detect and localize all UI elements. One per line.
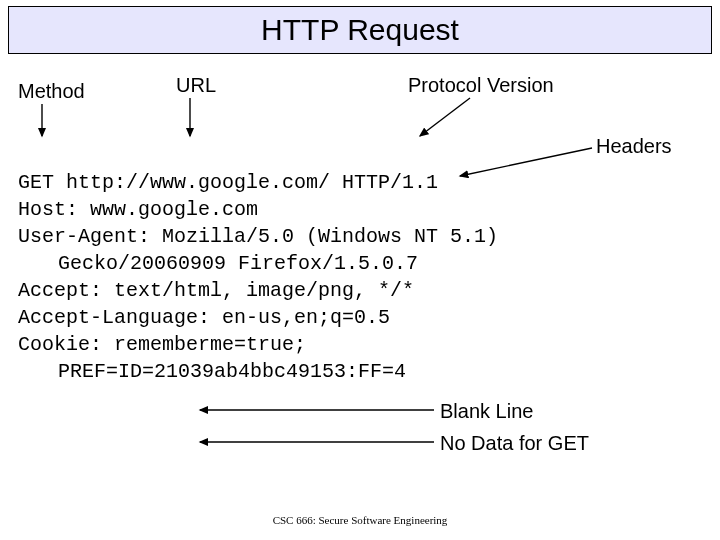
label-no-data: No Data for GET bbox=[440, 432, 589, 455]
code-line-4: Accept: text/html, image/png, */* bbox=[18, 279, 414, 302]
code-line-5: Accept-Language: en-us,en;q=0.5 bbox=[18, 306, 390, 329]
code-line-3: User-Agent: Mozilla/5.0 (Windows NT 5.1) bbox=[18, 225, 498, 248]
label-protocol: Protocol Version bbox=[408, 74, 554, 97]
slide-title: HTTP Request bbox=[261, 13, 459, 47]
code-line-6: Cookie: rememberme=true; bbox=[18, 333, 306, 356]
label-blank-line: Blank Line bbox=[440, 400, 533, 423]
label-method: Method bbox=[18, 80, 85, 103]
code-line-6b: PREF=ID=21039ab4bbc49153:FF=4 bbox=[18, 358, 702, 385]
title-bar: HTTP Request bbox=[8, 6, 712, 54]
label-url: URL bbox=[176, 74, 216, 97]
slide-footer: CSC 666: Secure Software Engineering bbox=[0, 514, 720, 526]
code-line-2: Host: www.google.com bbox=[18, 198, 258, 221]
http-request-code: GET http://www.google.com/ HTTP/1.1 Host… bbox=[18, 142, 702, 385]
code-line-3b: Gecko/20060909 Firefox/1.5.0.7 bbox=[18, 250, 702, 277]
code-line-1: GET http://www.google.com/ HTTP/1.1 bbox=[18, 171, 438, 194]
arrow-protocol bbox=[420, 98, 470, 136]
